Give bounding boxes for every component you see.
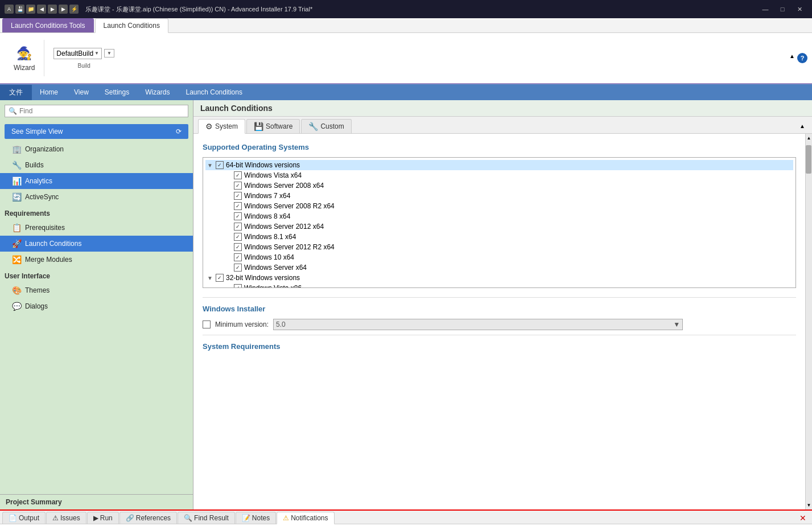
sidebar-item-dialogs[interactable]: 💬 Dialogs: [0, 298, 193, 314]
toolbar-icon-2[interactable]: 📁: [26, 5, 35, 14]
sidebar-item-builds[interactable]: 🔧 Builds: [0, 157, 193, 173]
checkbox-win7-x64[interactable]: ✓: [234, 192, 242, 200]
scroll-up-icon[interactable]: ▲: [789, 53, 795, 63]
ribbon-build-group: DefaultBuild ▼ ▼ Build: [49, 46, 119, 71]
tab-launch-conditions-tools[interactable]: Launch Conditions Tools: [2, 18, 94, 32]
checkbox-server2008r2-x64[interactable]: ✓: [234, 202, 242, 210]
toolbar-icon-6[interactable]: ⚡: [69, 5, 79, 14]
scroll-thumb[interactable]: [806, 145, 811, 174]
scroll-top-arrow[interactable]: ▲: [807, 134, 811, 142]
checkbox-server2012-x64[interactable]: ✓: [234, 223, 242, 231]
bottom-panel-close[interactable]: ✕: [796, 512, 810, 524]
tab-issues[interactable]: ⚠ Issues: [46, 512, 86, 524]
help-icon[interactable]: ?: [797, 53, 807, 63]
sidebar-item-prerequisites[interactable]: 📋 Prerequisites: [0, 220, 193, 236]
toolbar-icon-3[interactable]: ◀: [37, 5, 46, 14]
main-layout: 🔍 See Simple View ⟳ 🏢 Organization 🔧 Bui…: [0, 100, 812, 509]
sidebar-item-launch-conditions[interactable]: 🚀 Launch Conditions: [0, 236, 193, 252]
sys-req-title: System Requirements: [203, 342, 796, 351]
tab-system[interactable]: ⚙ System: [198, 119, 245, 134]
min-version-checkbox[interactable]: [203, 320, 211, 328]
analytics-icon: 📊: [11, 176, 22, 186]
requirements-section-label: Requirements: [0, 205, 193, 220]
menu-home[interactable]: Home: [32, 85, 66, 99]
system-tab-icon: ⚙: [205, 122, 213, 131]
menu-bar: 文件 Home View Settings Wizards Launch Con…: [0, 84, 812, 100]
checkbox-32bit[interactable]: ✓: [216, 274, 224, 282]
checkbox-server2008-x64[interactable]: ✓: [234, 182, 242, 190]
ribbon-right-arrows: ▲ ?: [789, 53, 807, 63]
search-icon: 🔍: [9, 107, 17, 115]
close-button[interactable]: ✕: [792, 3, 807, 15]
checkbox-vista-x64[interactable]: ✓: [234, 171, 242, 179]
tab-output[interactable]: 📄 Output: [2, 512, 46, 524]
content-body-wrapper: Supported Operating Systems ▼ ✓ 64-bit W…: [193, 134, 812, 509]
checkbox-win10-x64[interactable]: ✓: [234, 253, 242, 261]
expand-64bit[interactable]: ▼: [205, 162, 215, 169]
min-version-select[interactable]: 5.0 ▼: [273, 319, 683, 330]
menu-file[interactable]: 文件: [0, 85, 32, 100]
dropdown-arrow: ▼: [94, 51, 99, 56]
expand-32bit[interactable]: ▼: [205, 275, 215, 281]
output-tab-icon: 📄: [9, 514, 17, 522]
tab-find-result[interactable]: 🔍 Find Result: [178, 512, 235, 524]
menu-wizards[interactable]: Wizards: [137, 85, 178, 99]
checkbox-win81-x64[interactable]: ✓: [234, 233, 242, 241]
menu-launch-conditions[interactable]: Launch Conditions: [178, 85, 250, 99]
title-bar-left: A 💾 📁 ◀ ▶ ▶ ⚡ 乐趣课堂 - 乐趣课堂.aip (Chinese (…: [5, 5, 312, 14]
scroll-bottom-arrow[interactable]: ▼: [807, 501, 811, 509]
title-bar-icons: A 💾 📁 ◀ ▶ ▶ ⚡: [5, 5, 79, 14]
bottom-panel: 📄 Output ⚠ Issues ▶ Run 🔗 References 🔍 F…: [0, 509, 812, 526]
title-bar: A 💾 📁 ◀ ▶ ▶ ⚡ 乐趣课堂 - 乐趣课堂.aip (Chinese (…: [0, 0, 812, 18]
tab-references[interactable]: 🔗 References: [119, 512, 177, 524]
sidebar-item-themes[interactable]: 🎨 Themes: [0, 282, 193, 298]
menu-view[interactable]: View: [66, 85, 97, 99]
checkbox-vista-x86[interactable]: ✓: [234, 284, 242, 288]
project-summary-bar[interactable]: Project Summary: [0, 494, 193, 509]
sidebar-item-organization[interactable]: 🏢 Organization: [0, 141, 193, 157]
toolbar-icon-1[interactable]: 💾: [15, 5, 24, 14]
toolbar-icon-5[interactable]: ▶: [59, 5, 68, 14]
scroll-up-arrow[interactable]: ▲: [797, 122, 807, 130]
tab-custom[interactable]: 🔧 Custom: [301, 119, 351, 133]
simple-view-button[interactable]: See Simple View ⟳: [5, 124, 188, 139]
sidebar-item-analytics[interactable]: 📊 Analytics: [0, 173, 193, 189]
os-tree: ▼ ✓ 64-bit Windows versions ✓ Windows Vi…: [203, 157, 796, 288]
installer-section: Windows Installer Minimum version: 5.0 ▼: [203, 297, 796, 330]
wizard-button[interactable]: 🧙 Wizard: [9, 42, 39, 74]
content-scrollbar: ▲ ▼: [805, 134, 812, 509]
tab-launch-conditions[interactable]: Launch Conditions: [95, 18, 168, 33]
minimize-button[interactable]: —: [757, 3, 773, 15]
tab-run[interactable]: ▶ Run: [87, 512, 119, 524]
tab-notes[interactable]: 📝 Notes: [236, 512, 276, 524]
checkbox-64bit[interactable]: ✓: [216, 161, 224, 169]
wizard-icon: 🧙: [15, 44, 34, 63]
sidebar-item-activesync[interactable]: 🔄 ActiveSync: [0, 189, 193, 205]
merge-modules-icon: 🔀: [11, 254, 22, 265]
sidebar-item-merge-modules[interactable]: 🔀 Merge Modules: [0, 252, 193, 268]
references-tab-icon: 🔗: [126, 514, 134, 522]
ui-section-label: User Interface: [0, 268, 193, 282]
menu-settings[interactable]: Settings: [97, 85, 137, 99]
tab-software[interactable]: 💾 Software: [246, 119, 300, 133]
sidebar: 🔍 See Simple View ⟳ 🏢 Organization 🔧 Bui…: [0, 100, 193, 509]
bottom-tabs: 📄 Output ⚠ Issues ▶ Run 🔗 References 🔍 F…: [0, 511, 812, 524]
tree-32bit-children: ✓ Windows Vista x86 ✓ Windows Server 200…: [205, 283, 793, 288]
bottom-tabs-left: 📄 Output ⚠ Issues ▶ Run 🔗 References 🔍 F…: [2, 512, 335, 524]
checkbox-server2012r2-x64[interactable]: ✓: [234, 243, 242, 251]
checkbox-win8-x64[interactable]: ✓: [234, 212, 242, 220]
tree-group-32bit: ▼ ✓ 32-bit Windows versions: [205, 273, 793, 283]
checkbox-winserver-x64[interactable]: ✓: [234, 264, 242, 272]
dropdown-expand[interactable]: ▼: [104, 49, 114, 57]
toolbar-icon-4[interactable]: ▶: [48, 5, 57, 14]
maximize-button[interactable]: □: [774, 3, 790, 15]
search-input[interactable]: [19, 107, 184, 115]
build-dropdown[interactable]: DefaultBuild ▼: [53, 48, 102, 59]
tree-item-server2012-x64: ✓ Windows Server 2012 x64: [224, 221, 793, 232]
select-arrow-icon: ▼: [673, 320, 680, 328]
builds-icon: 🔧: [11, 160, 22, 170]
tab-notifications[interactable]: ⚠ Notifications: [277, 512, 334, 524]
tree-item-win7-x64: ✓ Windows 7 x64: [224, 191, 793, 201]
tree-item-server2012r2-x64: ✓ Windows Server 2012 R2 x64: [224, 242, 793, 252]
app-icon: A: [5, 5, 14, 14]
